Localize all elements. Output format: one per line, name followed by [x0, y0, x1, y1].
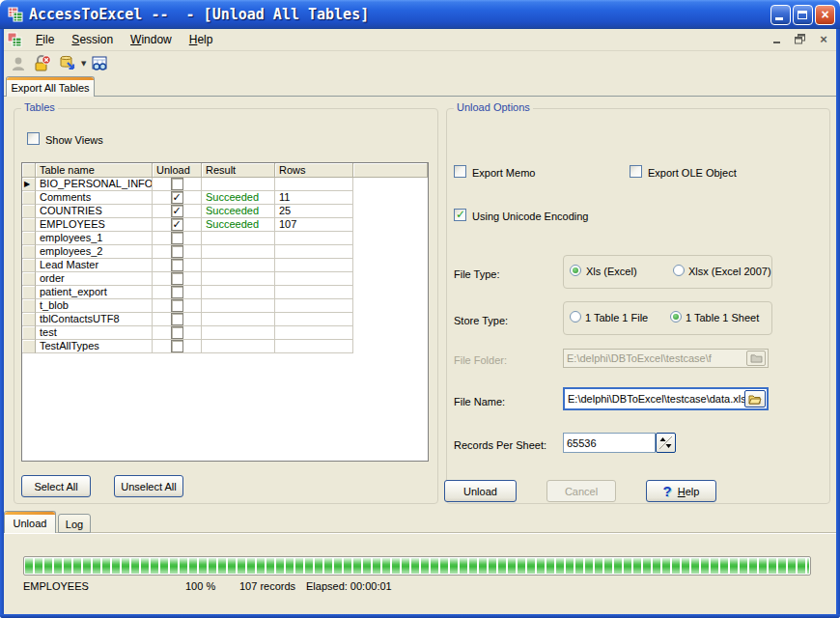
table-row[interactable]: t_blob: [22, 299, 428, 313]
indicator-header-cell: [22, 163, 36, 178]
unselect-all-button[interactable]: Unselect All: [114, 475, 183, 497]
table-row[interactable]: Comments Succeeded 11: [22, 191, 428, 205]
row-indicator: [22, 232, 36, 245]
unload-checkbox[interactable]: [171, 218, 183, 231]
export-memo-checkbox[interactable]: [454, 165, 466, 178]
result-cell: [202, 286, 275, 299]
table-row[interactable]: employees_2: [22, 245, 428, 259]
unload-checkbox[interactable]: [171, 299, 183, 312]
progress-fill: [25, 558, 809, 574]
rows-cell: 25: [275, 205, 353, 218]
column-rows[interactable]: Rows: [275, 163, 353, 178]
result-cell: [202, 178, 275, 191]
unload-button[interactable]: Unload: [444, 480, 517, 502]
unload-checkbox[interactable]: [171, 340, 183, 352]
export-memo-label: Export Memo: [472, 167, 535, 179]
export-ole-label: Export OLE Object: [648, 167, 737, 179]
tables-group-title: Tables: [21, 101, 58, 113]
status-records: 107 records: [239, 580, 295, 592]
row-indicator: [22, 326, 36, 340]
minimize-button[interactable]: [770, 5, 791, 25]
unload-checkbox[interactable]: [171, 245, 183, 258]
unload-checkbox[interactable]: [171, 232, 183, 244]
table-row[interactable]: TestAllTypes: [22, 340, 428, 353]
mdi-close-button[interactable]: ×: [815, 32, 832, 46]
table-name-cell: tblContactsUTF8: [36, 313, 153, 326]
radio-xlsx-label[interactable]: Xlsx (Excel 2007): [688, 266, 771, 277]
column-result[interactable]: Result: [202, 163, 275, 178]
unload-cell: [153, 272, 202, 286]
mdi-minimize-button[interactable]: [769, 32, 786, 46]
maximize-button[interactable]: [793, 5, 813, 25]
radio-xls[interactable]: [570, 265, 581, 276]
mdi-restore-button[interactable]: [792, 32, 809, 46]
unload-cell: [153, 299, 202, 313]
unload-checkbox[interactable]: [171, 259, 183, 271]
table-row[interactable]: patient_export: [22, 286, 428, 299]
tab-log[interactable]: Log: [58, 514, 91, 533]
table-name-cell: BIO_PERSONAL_INFO: [36, 178, 153, 191]
export-dropdown-icon[interactable]: [57, 53, 78, 74]
row-indicator: [22, 286, 36, 299]
show-views-checkbox[interactable]: [27, 132, 40, 145]
user-icon: [8, 53, 29, 74]
help-button[interactable]: ? Help: [646, 480, 716, 502]
table-name-cell: employees_1: [36, 232, 153, 245]
unicode-checkbox[interactable]: [454, 209, 466, 221]
column-table-name[interactable]: Table name: [36, 163, 153, 178]
menu-session[interactable]: Session: [63, 29, 122, 50]
close-button[interactable]: ×: [815, 5, 835, 25]
view-data-icon[interactable]: [89, 53, 110, 74]
table-name-cell: test: [36, 326, 153, 340]
radio-1table-1file-label[interactable]: 1 Table 1 File: [585, 312, 648, 323]
radio-xlsx[interactable]: [673, 265, 685, 276]
menu-file[interactable]: File: [27, 29, 63, 50]
records-spinner[interactable]: [656, 433, 676, 453]
tab-unload[interactable]: Unload: [4, 511, 56, 533]
records-per-sheet-input[interactable]: [563, 433, 656, 453]
mdi-child-icon[interactable]: [7, 32, 22, 47]
tab-unload-label: Unload: [14, 518, 47, 529]
column-filler: [353, 163, 428, 178]
file-type-label: File Type:: [454, 268, 500, 280]
radio-1table-1sheet-label[interactable]: 1 Table 1 Sheet: [686, 312, 759, 323]
table-row[interactable]: COUNTRIES Succeeded 25: [22, 205, 428, 218]
unload-checkbox[interactable]: [171, 191, 183, 204]
select-all-button[interactable]: Select All: [21, 475, 91, 497]
radio-xls-label[interactable]: Xls (Excel): [586, 266, 637, 277]
menu-window[interactable]: Window: [122, 29, 181, 50]
table-row[interactable]: tblContactsUTF8: [22, 313, 428, 326]
unload-checkbox[interactable]: [171, 205, 183, 217]
radio-1table-1file[interactable]: [570, 311, 581, 323]
file-folder-input: [563, 349, 769, 368]
unload-checkbox[interactable]: [171, 272, 183, 285]
cancel-button-label: Cancel: [565, 486, 598, 497]
table-row[interactable]: EMPLOYEES Succeeded 107: [22, 218, 428, 232]
close-database-icon[interactable]: [31, 53, 52, 74]
table-row[interactable]: Lead Master: [22, 259, 428, 272]
maximize-icon: [798, 11, 807, 19]
row-indicator: [22, 191, 36, 205]
records-per-sheet-label: Records Per Sheet:: [454, 439, 546, 451]
column-unload[interactable]: Unload: [153, 163, 202, 178]
table-row[interactable]: BIO_PERSONAL_INFO: [22, 178, 428, 191]
unload-checkbox[interactable]: [171, 286, 183, 298]
table-name-cell: Comments: [36, 191, 153, 205]
file-name-input[interactable]: [563, 387, 769, 410]
export-ole-checkbox[interactable]: [630, 165, 642, 178]
table-row[interactable]: test: [22, 326, 428, 340]
unload-checkbox[interactable]: [171, 313, 183, 325]
menu-help[interactable]: Help: [181, 29, 222, 50]
export-dropdown-arrow-icon[interactable]: ▼: [81, 60, 86, 68]
unload-checkbox[interactable]: [171, 178, 183, 190]
tab-export-all-tables[interactable]: Export All Tables: [6, 76, 95, 97]
rows-cell: [275, 340, 353, 353]
title-bar: AccessToExcel -- - [Unload All Tables] ×: [0, 0, 840, 29]
table-name-cell: Lead Master: [36, 259, 153, 272]
unload-cell: [153, 218, 202, 232]
file-name-browse-button[interactable]: [744, 390, 766, 407]
radio-1table-1sheet[interactable]: [670, 311, 682, 323]
table-row[interactable]: order: [22, 272, 428, 286]
unload-checkbox[interactable]: [171, 326, 183, 339]
table-row[interactable]: employees_1: [22, 232, 428, 245]
